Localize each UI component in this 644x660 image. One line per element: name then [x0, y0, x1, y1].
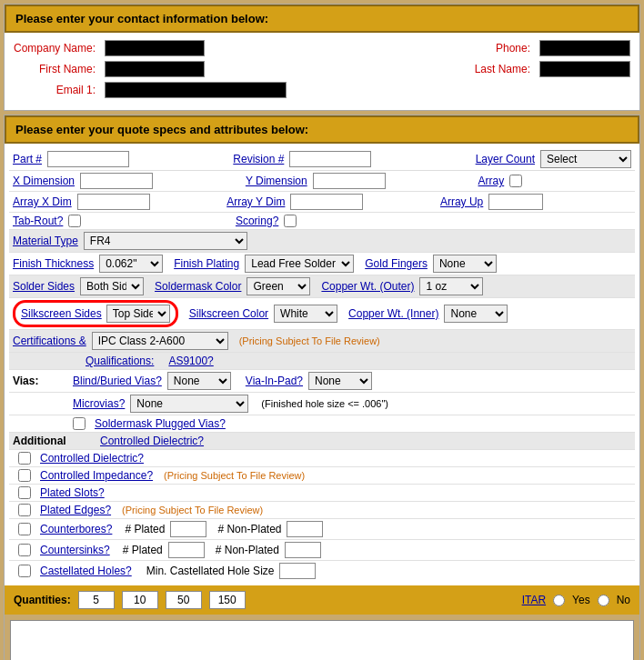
- plated-edges-label[interactable]: Plated Edges?: [40, 504, 111, 516]
- revision-label[interactable]: Revision #: [233, 153, 284, 165]
- silkscreen-select[interactable]: Top Side None Both Sides Bottom Side: [106, 305, 170, 323]
- company-input[interactable]: [105, 40, 205, 56]
- controlled-impedance-checkbox[interactable]: [18, 469, 31, 482]
- tabrout-checkbox[interactable]: [68, 215, 81, 227]
- plated-slots-label[interactable]: Plated Slots?: [40, 486, 105, 499]
- scoring-checkbox[interactable]: [284, 215, 297, 227]
- certifications-select[interactable]: IPC Class 2-A600: [92, 332, 228, 350]
- ydim-label[interactable]: Y Dimension: [246, 175, 307, 187]
- qty3-input[interactable]: [166, 591, 202, 609]
- layercount-label[interactable]: Layer Count: [476, 153, 535, 165]
- arrayxdim-label[interactable]: Array X Dim: [13, 195, 72, 208]
- email-input[interactable]: [105, 82, 287, 98]
- viainpad-label[interactable]: Via-In-Pad?: [246, 375, 303, 387]
- soldermaskplugged-label[interactable]: Soldermask Plugged Vias?: [95, 417, 226, 430]
- arrayxdim-input[interactable]: [77, 194, 150, 210]
- copperwt-outer-label[interactable]: Copper Wt. (Outer): [321, 280, 414, 293]
- ydim-input[interactable]: [313, 173, 386, 189]
- itar-yes-label: Yes: [572, 594, 590, 606]
- revision-input[interactable]: [289, 151, 371, 167]
- copperwt-inner-select[interactable]: None 0.5 oz 1 oz: [444, 305, 508, 323]
- microvias-select[interactable]: None: [130, 395, 248, 413]
- castellated-checkbox[interactable]: [18, 565, 31, 577]
- copperwt-inner-label[interactable]: Copper Wt. (Inner): [348, 307, 438, 320]
- quote-header: Please enter your quote specs and attrib…: [5, 115, 639, 144]
- min-castellated-input[interactable]: [279, 563, 316, 579]
- arrayup-label[interactable]: Array Up: [440, 195, 483, 208]
- copperwt-outer-select[interactable]: 1 oz: [419, 277, 483, 295]
- controlled-dielectric-checkbox[interactable]: [18, 452, 31, 465]
- finishplating-label[interactable]: Finish Plating: [174, 257, 239, 270]
- layercount-select[interactable]: Select 12468: [540, 150, 631, 168]
- plated-slots-checkbox[interactable]: [18, 486, 31, 499]
- countersinks-plated-label: # Plated: [123, 544, 163, 556]
- scoring-label[interactable]: Scoring?: [236, 215, 278, 227]
- finishplating-select[interactable]: Lead Free Solder: [245, 255, 354, 273]
- qualifications-value[interactable]: AS9100?: [168, 355, 213, 367]
- qualifications-label[interactable]: Qualifications:: [86, 355, 154, 367]
- arrayydim-label[interactable]: Array Y Dim: [226, 195, 285, 208]
- certifications-label[interactable]: Certifications &: [13, 335, 86, 347]
- soldersides-label[interactable]: Solder Sides: [13, 280, 75, 293]
- countersinks-plated-input[interactable]: [168, 542, 205, 558]
- additional-label: Additional: [13, 435, 76, 447]
- array-checkbox[interactable]: [509, 175, 522, 187]
- countersinks-label[interactable]: Countersinks?: [40, 544, 110, 556]
- blindburied-label[interactable]: Blind/Buried Vias?: [73, 375, 162, 387]
- qty2-input[interactable]: [122, 591, 158, 609]
- material-select[interactable]: FR4: [84, 232, 247, 250]
- silkscreencolor-select[interactable]: White Black Yellow: [274, 305, 337, 323]
- plated-edges-note: (Pricing Subject To File Review): [122, 505, 263, 515]
- contact-header: Please enter your contact information be…: [5, 5, 639, 33]
- controlled-impedance-label[interactable]: Controlled Impedance?: [40, 469, 153, 482]
- countersinks-checkbox[interactable]: [18, 544, 31, 556]
- quantities-label: Quantities:: [14, 594, 71, 606]
- lastname-label: Last Name:: [467, 63, 530, 75]
- partnum-label[interactable]: Part #: [13, 153, 42, 165]
- firstname-input[interactable]: [105, 61, 205, 77]
- soldermaskcolor-label[interactable]: Soldermask Color: [155, 280, 241, 293]
- silkscreen-label[interactable]: Silkscreen Sides: [21, 307, 102, 320]
- soldersides-select[interactable]: Both Side: [80, 277, 144, 295]
- plated-edges-checkbox[interactable]: [18, 504, 31, 516]
- blindburied-select[interactable]: None: [167, 372, 231, 390]
- plated-label: # Plated: [125, 523, 165, 535]
- company-label: Company Name:: [14, 42, 96, 55]
- microvias-label[interactable]: Microvias?: [73, 397, 125, 410]
- finish-select[interactable]: 0.062": [99, 255, 163, 273]
- phone-label: Phone:: [485, 42, 530, 55]
- counterbores-nonplated-input[interactable]: [287, 521, 323, 537]
- certifications-note: (Pricing Subject To File Review): [239, 335, 380, 346]
- tabrout-label[interactable]: Tab-Rout?: [13, 215, 63, 227]
- itar-no-radio[interactable]: [598, 595, 609, 606]
- qty4-input[interactable]: [209, 591, 246, 609]
- countersinks-nonplated-input[interactable]: [285, 542, 321, 558]
- qty1-input[interactable]: [78, 591, 115, 609]
- silkscreencolor-label[interactable]: Silkscreen Color: [189, 307, 268, 320]
- notes-textarea[interactable]: [10, 620, 634, 660]
- soldermaskplugged-checkbox[interactable]: [73, 417, 86, 430]
- array-label[interactable]: Array: [478, 175, 505, 187]
- phone-input[interactable]: [539, 40, 630, 56]
- goldfingers-label[interactable]: Gold Fingers: [365, 257, 428, 270]
- soldermask-select[interactable]: Green: [247, 277, 310, 295]
- xdim-input[interactable]: [80, 173, 153, 189]
- counterbores-plated-input[interactable]: [170, 521, 206, 537]
- partnum-input[interactable]: [47, 151, 129, 167]
- viainpad-select[interactable]: None: [308, 372, 372, 390]
- goldfingers-select[interactable]: None: [433, 255, 497, 273]
- castellated-label[interactable]: Castellated Holes?: [40, 565, 132, 577]
- arrayup-input[interactable]: [488, 194, 543, 210]
- lastname-input[interactable]: [539, 61, 630, 77]
- controlled-dielectric-label[interactable]: Controlled Dielectric?: [100, 435, 204, 447]
- arrayydim-input[interactable]: [290, 194, 363, 210]
- finish-label[interactable]: Finish Thickness: [13, 257, 94, 270]
- bottom-area: [5, 615, 639, 660]
- itar-yes-radio[interactable]: [553, 595, 565, 606]
- counterbores-label[interactable]: Counterbores?: [40, 523, 112, 535]
- material-label[interactable]: Material Type: [13, 235, 78, 247]
- itar-label[interactable]: ITAR: [522, 594, 546, 606]
- counterbores-checkbox[interactable]: [18, 523, 31, 535]
- controlled-dielectric-label2[interactable]: Controlled Dielectric?: [40, 452, 144, 465]
- xdim-label[interactable]: X Dimension: [13, 175, 75, 187]
